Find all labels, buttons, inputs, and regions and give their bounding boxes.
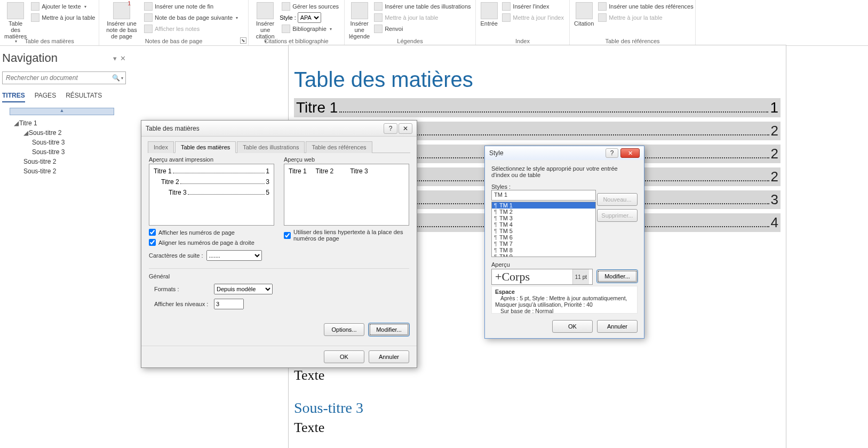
nav-dropdown-icon[interactable]: ▾ xyxy=(113,54,117,62)
update-index-button[interactable]: Mettre à jour l'index xyxy=(500,12,566,23)
print-preview-label: Aperçu avant impression xyxy=(149,156,274,163)
bibliography-button[interactable]: Bibliographie▾ xyxy=(280,23,341,34)
style-item[interactable]: ¶TM 3 xyxy=(492,215,595,221)
search-input[interactable] xyxy=(5,74,112,82)
style-name-field[interactable]: TM 1 xyxy=(491,190,596,201)
dlg-tab-index[interactable]: Index xyxy=(148,141,174,153)
style-item[interactable]: ¶TM 4 xyxy=(492,221,595,228)
modify-button[interactable]: Modifier... xyxy=(369,323,409,336)
group-label-footnotes: Notes de bas de page xyxy=(99,38,248,44)
style-description: Espace Après : 5 pt, Style : Mettre à jo… xyxy=(491,286,638,314)
insert-endnote-button[interactable]: Insérer une note de fin xyxy=(142,1,240,12)
nav-search[interactable]: 🔍 ▾ xyxy=(2,71,126,84)
style-item[interactable]: ¶TM 8 xyxy=(492,247,595,253)
search-dropdown-icon[interactable]: ▾ xyxy=(121,76,123,81)
cross-reference-button[interactable]: Renvoi xyxy=(372,23,473,34)
insert-table-figures-button[interactable]: Insérer une table des illustrations xyxy=(372,1,473,12)
tree-item[interactable]: Sous-titre 3 xyxy=(2,147,126,157)
modify-style-button[interactable]: Modifier... xyxy=(597,270,638,283)
style-item[interactable]: ¶TM 6 xyxy=(492,234,595,241)
styles-label: Styles : xyxy=(491,183,638,190)
next-footnote-button[interactable]: Note de bas de page suivante▾ xyxy=(142,12,240,23)
print-preview-box: Titre 11 Titre 23 Titre 35 xyxy=(149,164,274,226)
style-item[interactable]: ¶TM 1 xyxy=(492,202,595,209)
ok-button[interactable]: OK xyxy=(552,320,593,333)
close-button[interactable]: ✕ xyxy=(620,148,640,158)
search-icon[interactable]: 🔍 xyxy=(112,74,120,82)
general-section: Général xyxy=(149,268,409,279)
dlg-tab-toc[interactable]: Table des matières xyxy=(175,141,236,153)
group-label-toc: Table des matières xyxy=(0,38,99,44)
style-item[interactable]: ¶TM 9 xyxy=(492,253,595,257)
insert-authorities-button[interactable]: Insérer une table des références xyxy=(596,1,695,12)
insert-caption-button[interactable]: Insérer une légende xyxy=(348,1,371,41)
style-preview: +Corps 11 pt xyxy=(491,269,593,285)
update-toc-button[interactable]: Mettre à jour la table xyxy=(29,12,97,23)
cancel-button[interactable]: Annuler xyxy=(369,350,409,363)
update-figures-button[interactable]: Mettre à jour la table xyxy=(372,12,473,23)
toc-heading: Table des matières xyxy=(294,68,781,92)
heading-3: Sous-titre 3 xyxy=(294,399,781,417)
nav-tab-pages[interactable]: PAGES xyxy=(35,92,56,102)
style-item[interactable]: ¶TM 5 xyxy=(492,228,595,234)
dialog-title: Style xyxy=(489,149,504,157)
instruction-text: Sélectionnez le style approprié pour vot… xyxy=(491,165,638,178)
dlg-tab-figures[interactable]: Table des illustrations xyxy=(237,141,305,153)
toc-entry[interactable]: Titre 11 xyxy=(294,98,781,117)
preview-label: Aperçu xyxy=(491,261,638,268)
style-item[interactable]: ¶TM 7 xyxy=(492,241,595,247)
body-text: Texte xyxy=(294,367,781,383)
navigation-pane: Navigation ▾✕ 🔍 ▾ TITRES PAGES RÉSULTATS… xyxy=(2,51,126,176)
help-button[interactable]: ? xyxy=(606,148,618,158)
add-text-button[interactable]: Ajouter le texte▾ xyxy=(29,1,97,12)
nav-tab-titles[interactable]: TITRES xyxy=(2,92,25,102)
formats-select[interactable]: Depuis modèle xyxy=(214,284,273,294)
footnotes-launcher[interactable]: ⬊ xyxy=(240,37,246,44)
tree-item[interactable]: Sous-titre 3 xyxy=(2,138,126,147)
tree-scroll-top[interactable] xyxy=(10,108,114,115)
levels-spinner[interactable] xyxy=(214,299,244,309)
group-label-citations: Citations et bibliographie xyxy=(249,38,344,44)
style-item[interactable]: ¶TM 2 xyxy=(492,209,595,215)
nav-title: Navigation xyxy=(2,51,58,65)
close-button[interactable]: ✕ xyxy=(399,123,412,134)
heading-tree: ◢Titre 1 ◢Sous-titre 2 Sous-titre 3 Sous… xyxy=(2,118,126,176)
dialog-title: Table des matières xyxy=(146,125,200,132)
options-button[interactable]: Options... xyxy=(324,323,364,336)
new-style-button[interactable]: Nouveau... xyxy=(597,193,638,206)
group-label-captions: Légendes xyxy=(345,38,475,44)
styles-list[interactable]: ¶TM 1 ¶TM 2 ¶TM 3 ¶TM 4 ¶TM 5 ¶TM 6 ¶TM … xyxy=(491,202,596,257)
hyperlinks-check[interactable] xyxy=(284,232,291,239)
show-page-numbers-check[interactable] xyxy=(149,229,156,236)
delete-style-button[interactable]: Supprimer... xyxy=(597,209,638,222)
nav-close-icon[interactable]: ✕ xyxy=(120,54,126,62)
show-notes-button[interactable]: Afficher les notes xyxy=(142,23,240,34)
mark-citation-button[interactable]: Citation xyxy=(573,1,595,28)
help-button[interactable]: ? xyxy=(384,123,397,134)
style-dialog: Style ? ✕ Sélectionnez le style appropri… xyxy=(484,146,644,339)
group-label-reftable: Table des références xyxy=(570,38,695,44)
cancel-button[interactable]: Annuler xyxy=(597,320,638,333)
nav-tab-results[interactable]: RÉSULTATS xyxy=(66,92,102,102)
insert-index-button[interactable]: Insérer l'index xyxy=(500,1,566,12)
leader-select[interactable]: ....... xyxy=(206,250,262,261)
citation-style-select[interactable]: Style :APA xyxy=(280,12,341,23)
web-preview-label: Aperçu web xyxy=(284,156,409,163)
manage-sources-button[interactable]: Gérer les sources xyxy=(280,1,341,12)
insert-footnote-button[interactable]: 1Insérer une note de bas de page xyxy=(102,1,141,41)
tree-item[interactable]: Sous-titre 2 xyxy=(2,157,126,166)
update-authorities-button[interactable]: Mettre à jour la table xyxy=(596,12,695,23)
toc-dialog: Table des matières ? ✕ Index Table des m… xyxy=(141,120,417,368)
mark-entry-button[interactable]: Entrée xyxy=(479,1,499,28)
group-label-index: Index xyxy=(476,38,569,44)
align-right-check[interactable] xyxy=(149,239,156,246)
body-text: Texte xyxy=(294,420,781,436)
web-preview-box: Titre 1 Titre 2 Titre 3 xyxy=(284,164,409,226)
ok-button[interactable]: OK xyxy=(324,350,364,363)
ribbon: Table des matières▾ Ajouter le texte▾ Me… xyxy=(0,0,868,46)
tree-item[interactable]: ◢Titre 1 xyxy=(2,118,126,128)
dlg-tab-authorities[interactable]: Table des références xyxy=(306,141,372,153)
tree-item[interactable]: ◢Sous-titre 2 xyxy=(2,128,126,138)
tree-item[interactable]: Sous-titre 2 xyxy=(2,166,126,176)
